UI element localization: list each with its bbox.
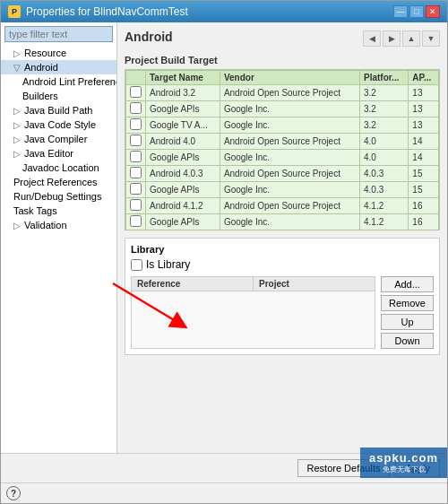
down-button[interactable]: Down xyxy=(381,333,434,349)
sidebar-item-validation[interactable]: ▷ Validation xyxy=(1,218,116,232)
nav-back-button[interactable]: ◀ xyxy=(363,30,381,47)
expand-icon: ▽ xyxy=(13,63,21,73)
sidebar-item-android[interactable]: ▽ Android xyxy=(1,60,116,74)
cell-vendor: Google Inc. xyxy=(220,214,359,230)
cell-platform: 3.2 xyxy=(359,117,408,134)
maximize-button[interactable]: □ xyxy=(409,5,424,18)
cell-name: Android 4.0 xyxy=(146,134,220,150)
row-checkbox[interactable] xyxy=(130,102,142,114)
row-checkbox[interactable] xyxy=(130,183,142,195)
bottom-bar: Restore Defaults Apply xyxy=(1,453,447,482)
table-header-row: Target Name Vendor Platfor... AP... xyxy=(126,71,439,85)
sidebar-item-resource[interactable]: ▷ Resource xyxy=(1,46,116,60)
add-button[interactable]: Add... xyxy=(381,276,434,292)
nav-forward-button[interactable]: ▶ xyxy=(383,30,401,47)
apply-button[interactable]: Apply xyxy=(395,459,440,477)
cell-name: Google APIs xyxy=(146,150,220,166)
tree-area: ▷ Resource ▽ Android Android Lint Prefer… xyxy=(1,46,116,453)
table-row: Google APIs Google Inc. 4.1.2 16 xyxy=(126,214,439,230)
expand-icon: ▷ xyxy=(13,221,21,230)
sidebar-label: Java Compiler xyxy=(24,134,87,144)
window-icon: P xyxy=(8,5,21,18)
row-checkbox[interactable] xyxy=(130,118,142,130)
restore-defaults-button[interactable]: Restore Defaults xyxy=(297,459,391,477)
cell-vendor: Android Open Source Project xyxy=(220,85,359,101)
row-checkbox[interactable] xyxy=(130,151,142,162)
cell-vendor: Android Open Source Project xyxy=(220,230,359,231)
remove-button[interactable]: Remove xyxy=(381,295,434,311)
library-title: Library xyxy=(131,244,434,255)
cell-name: Android 4.1.2 xyxy=(146,198,220,214)
sidebar-item-android-lint[interactable]: Android Lint Preferences xyxy=(1,74,116,89)
filter-input[interactable] xyxy=(4,26,113,42)
minimize-button[interactable]: — xyxy=(393,5,408,18)
sidebar-item-project-refs[interactable]: Project References xyxy=(1,175,116,189)
cell-platform: 4.1.2 xyxy=(359,214,408,230)
table-row: Android 4.0 Android Open Source Project … xyxy=(126,134,439,150)
table-row: Android 4.1.2 Android Open Source Projec… xyxy=(126,198,439,214)
row-checkbox[interactable] xyxy=(130,199,142,211)
sidebar-item-java-build-path[interactable]: ▷ Java Build Path xyxy=(1,103,116,117)
is-library-label: Is Library xyxy=(146,258,190,271)
panel-title: Android xyxy=(125,30,173,44)
cell-vendor: Android Open Source Project xyxy=(220,166,359,182)
help-icon[interactable]: ? xyxy=(6,486,21,500)
library-reference-table: Reference Project xyxy=(131,276,375,349)
nav-bar: ◀ ▶ ▲ ▼ xyxy=(363,30,440,47)
cell-vendor: Android Open Source Project xyxy=(220,198,359,214)
nav-down-button[interactable]: ▼ xyxy=(422,30,440,47)
title-bar-left: P Properties for BlindNavCommTest xyxy=(8,5,188,18)
cell-vendor: Google Inc. xyxy=(220,150,359,166)
cell-name: Google APIs xyxy=(146,214,220,230)
cell-ap: 16 xyxy=(409,214,439,230)
row-checkbox[interactable] xyxy=(130,135,142,146)
cell-ap: 13 xyxy=(409,85,439,101)
cell-ap: 14 xyxy=(409,134,439,150)
sidebar-item-task-tags[interactable]: Task Tags xyxy=(1,204,116,218)
library-rows xyxy=(132,291,375,336)
sidebar-item-javadoc[interactable]: Javadoc Location xyxy=(1,161,116,175)
table-row: Google APIs Google Inc. 4.0 14 xyxy=(126,150,439,166)
cell-ap: 13 xyxy=(409,117,439,134)
sidebar-item-java-editor[interactable]: ▷ Java Editor xyxy=(1,146,116,161)
sidebar-label: Javadoc Location xyxy=(22,162,99,173)
close-button[interactable]: ✕ xyxy=(426,5,440,18)
col-target-name: Target Name xyxy=(146,71,220,85)
sidebar-item-java-code-style[interactable]: ▷ Java Code Style xyxy=(1,117,116,132)
sidebar-label: Validation xyxy=(24,220,67,230)
table-row: Android 4.2 Android Open Source Project … xyxy=(126,230,439,231)
library-section: Library Is Library Reference Project Add xyxy=(125,238,440,355)
library-header: Reference Project xyxy=(132,277,375,291)
sidebar-item-run-debug[interactable]: Run/Debug Settings xyxy=(1,189,116,204)
window-title: Properties for BlindNavCommTest xyxy=(26,5,188,18)
cell-platform: 3.2 xyxy=(359,101,408,117)
build-target-table-wrapper[interactable]: Target Name Vendor Platfor... AP... Andr… xyxy=(125,69,440,230)
title-controls: — □ ✕ xyxy=(393,5,440,18)
cell-platform: 4.0.3 xyxy=(359,182,408,198)
cell-platform: 4.0 xyxy=(359,134,408,150)
sidebar: ▷ Resource ▽ Android Android Lint Prefer… xyxy=(1,22,117,453)
is-library-checkbox[interactable] xyxy=(131,259,142,271)
nav-up-button[interactable]: ▲ xyxy=(402,30,420,47)
sidebar-item-builders[interactable]: Builders xyxy=(1,89,116,103)
cell-ap: 14 xyxy=(409,150,439,166)
expand-icon: ▷ xyxy=(13,120,21,130)
library-col-reference: Reference xyxy=(132,277,254,291)
sidebar-label: Java Build Path xyxy=(24,105,92,116)
col-ap: AP... xyxy=(409,71,439,85)
library-buttons: Add... Remove Up Down xyxy=(381,276,434,349)
cell-vendor: Android Open Source Project xyxy=(220,134,359,150)
up-button[interactable]: Up xyxy=(381,314,434,330)
sidebar-item-java-compiler[interactable]: ▷ Java Compiler xyxy=(1,132,116,146)
col-check xyxy=(126,71,146,85)
cell-name: Google APIs xyxy=(146,101,220,117)
row-checkbox[interactable] xyxy=(130,215,142,227)
properties-window: P Properties for BlindNavCommTest — □ ✕ … xyxy=(0,0,448,504)
expand-icon: ▷ xyxy=(13,135,21,144)
title-bar: P Properties for BlindNavCommTest — □ ✕ xyxy=(1,1,447,22)
sidebar-label: Project References xyxy=(13,177,98,187)
sidebar-label: Task Tags xyxy=(13,205,57,216)
row-checkbox[interactable] xyxy=(130,167,142,178)
row-checkbox[interactable] xyxy=(130,86,142,98)
col-vendor: Vendor xyxy=(220,71,359,85)
